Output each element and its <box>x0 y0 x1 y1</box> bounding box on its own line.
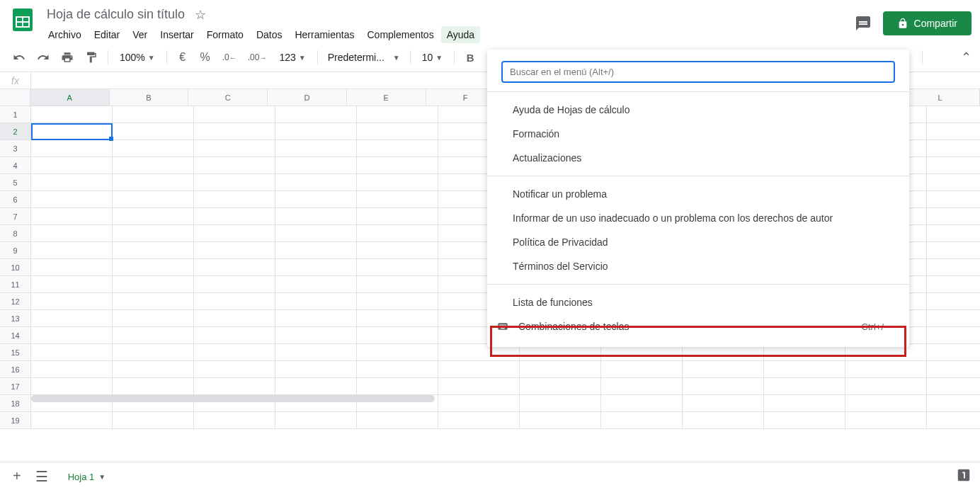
star-icon[interactable]: ☆ <box>195 7 206 23</box>
help-item[interactable]: Ayuda de Hojas de cálculo <box>487 98 909 122</box>
cell[interactable] <box>194 123 275 140</box>
row-header[interactable]: 12 <box>0 293 31 310</box>
row-header[interactable]: 14 <box>0 327 31 344</box>
cell[interactable] <box>520 361 601 378</box>
cell[interactable] <box>31 327 113 344</box>
cell[interactable] <box>31 140 113 157</box>
cell[interactable] <box>927 157 980 174</box>
cell[interactable] <box>357 310 438 327</box>
cell[interactable] <box>927 242 980 259</box>
redo-icon[interactable] <box>33 47 54 67</box>
cell[interactable] <box>31 157 113 174</box>
cell[interactable] <box>927 140 980 157</box>
cell[interactable] <box>927 361 980 378</box>
cell[interactable] <box>194 310 275 327</box>
row-header[interactable]: 2 <box>0 123 31 140</box>
cell[interactable] <box>764 361 845 378</box>
cell[interactable] <box>113 174 194 191</box>
cell[interactable] <box>438 361 520 378</box>
comments-icon[interactable] <box>855 15 872 32</box>
cell[interactable] <box>357 259 438 276</box>
cell[interactable] <box>601 378 683 395</box>
menu-item-herramientas[interactable]: Herramientas <box>289 26 360 43</box>
cell[interactable] <box>927 293 980 310</box>
row-header[interactable]: 19 <box>0 412 31 429</box>
help-search-input[interactable] <box>501 61 895 83</box>
bold-button[interactable]: B <box>460 47 480 67</box>
cell[interactable] <box>194 157 275 174</box>
row-header[interactable]: 5 <box>0 174 31 191</box>
increase-decimal-button[interactable]: .00→ <box>244 47 271 67</box>
cell[interactable] <box>275 225 357 242</box>
cell[interactable] <box>275 361 357 378</box>
cell[interactable] <box>113 412 194 429</box>
cell[interactable] <box>927 378 980 395</box>
cell[interactable] <box>113 344 194 361</box>
cell[interactable] <box>31 123 113 140</box>
undo-icon[interactable] <box>8 47 30 67</box>
cell[interactable] <box>31 174 113 191</box>
cell[interactable] <box>275 140 357 157</box>
cell[interactable] <box>927 259 980 276</box>
cell[interactable] <box>845 412 927 429</box>
cell[interactable] <box>357 208 438 225</box>
cell[interactable] <box>194 276 275 293</box>
row-header[interactable]: 9 <box>0 242 31 259</box>
print-icon[interactable] <box>57 47 78 67</box>
cell[interactable] <box>927 395 980 412</box>
menu-item-editar[interactable]: Editar <box>89 26 126 43</box>
cell[interactable] <box>194 259 275 276</box>
font-size-select[interactable]: 10▼ <box>416 49 448 66</box>
percent-button[interactable]: % <box>195 47 215 67</box>
cell[interactable] <box>601 412 683 429</box>
row-header[interactable]: 10 <box>0 259 31 276</box>
cell[interactable] <box>357 174 438 191</box>
cell[interactable] <box>194 242 275 259</box>
cell[interactable] <box>683 395 764 412</box>
column-header[interactable]: D <box>268 89 347 106</box>
cell[interactable] <box>194 361 275 378</box>
help-item-functions[interactable]: Lista de funciones <box>487 290 909 314</box>
cell[interactable] <box>683 361 764 378</box>
decrease-decimal-button[interactable]: .0← <box>218 47 241 67</box>
menu-item-insertar[interactable]: Insertar <box>154 26 199 43</box>
cell[interactable] <box>194 293 275 310</box>
row-header[interactable]: 16 <box>0 361 31 378</box>
cell[interactable] <box>194 208 275 225</box>
cell[interactable] <box>31 225 113 242</box>
cell[interactable] <box>275 191 357 208</box>
cell[interactable] <box>275 412 357 429</box>
menu-item-formato[interactable]: Formato <box>201 26 249 43</box>
column-header[interactable]: L <box>901 89 980 106</box>
cell[interactable] <box>927 123 980 140</box>
cell[interactable] <box>927 310 980 327</box>
help-item[interactable]: Informar de un uso inadecuado o un probl… <box>487 206 909 230</box>
cell[interactable] <box>927 191 980 208</box>
all-sheets-button[interactable]: ☰ <box>31 464 52 489</box>
cell[interactable] <box>31 242 113 259</box>
cell[interactable] <box>357 378 438 395</box>
collapse-toolbar-icon[interactable]: ⌃ <box>961 50 972 65</box>
cell[interactable] <box>113 225 194 242</box>
cell[interactable] <box>194 106 275 123</box>
cell[interactable] <box>31 276 113 293</box>
cell[interactable] <box>31 344 113 361</box>
cell[interactable] <box>927 327 980 344</box>
cell[interactable] <box>357 327 438 344</box>
horizontal-scrollbar[interactable] <box>31 395 435 402</box>
cell[interactable] <box>113 157 194 174</box>
cell[interactable] <box>927 106 980 123</box>
row-header[interactable]: 18 <box>0 395 31 412</box>
cell[interactable] <box>31 191 113 208</box>
cell[interactable] <box>113 106 194 123</box>
cell[interactable] <box>520 412 601 429</box>
cell[interactable] <box>31 412 113 429</box>
cell[interactable] <box>520 378 601 395</box>
help-item[interactable]: Política de Privacidad <box>487 230 909 254</box>
row-header[interactable]: 15 <box>0 344 31 361</box>
cell[interactable] <box>194 327 275 344</box>
paint-format-icon[interactable] <box>81 47 102 67</box>
cell[interactable] <box>357 106 438 123</box>
cell[interactable] <box>275 242 357 259</box>
cell[interactable] <box>113 327 194 344</box>
